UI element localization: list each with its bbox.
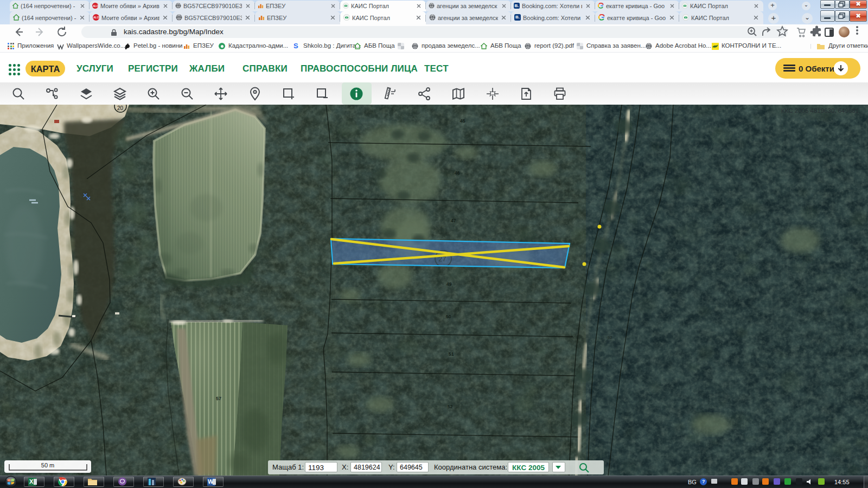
svg-text:51: 51 [449,351,454,357]
svg-text:57: 57 [216,396,221,401]
svg-text:52: 52 [448,404,453,409]
svg-text:46: 46 [455,170,460,176]
svg-text:92: 92 [608,335,612,340]
svg-text:47: 47 [451,218,456,223]
svg-text:45: 45 [460,118,465,124]
svg-text:20: 20 [117,105,124,111]
svg-text:ККС 2005 4819630, 649681: ККС 2005 4819630, 649681 [781,107,859,114]
svg-text:49: 49 [446,281,452,287]
svg-text:50: 50 [446,314,451,319]
